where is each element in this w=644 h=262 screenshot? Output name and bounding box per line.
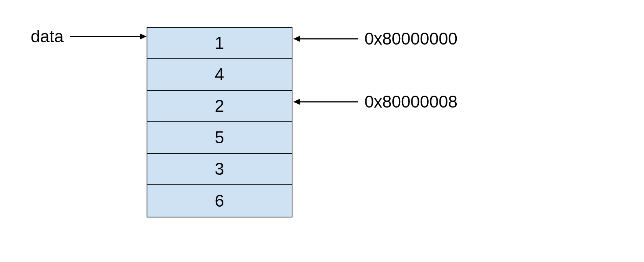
pointer-label: data	[31, 27, 64, 46]
memory-array: 1 4 2 5 3 6	[147, 27, 292, 217]
cell-value: 3	[215, 159, 224, 179]
cell-value: 4	[215, 65, 224, 84]
cell-value: 6	[215, 191, 224, 211]
memory-cell: 5	[147, 122, 292, 154]
svg-marker-1	[140, 33, 147, 40]
memory-diagram: data 1 4 2 5 3 6 0x80000000 0x80000008	[31, 15, 292, 217]
memory-cell: 6	[147, 185, 292, 217]
memory-cell: 2	[147, 91, 292, 122]
cell-value: 1	[215, 33, 224, 53]
address-row: 0x80000008	[292, 92, 457, 111]
pointer-label-block: data	[31, 27, 147, 46]
address-row: 0x80000000	[292, 29, 457, 48]
svg-marker-5	[293, 99, 300, 105]
memory-cell: 3	[147, 154, 292, 185]
arrow-right-icon	[70, 29, 147, 44]
svg-marker-3	[293, 36, 300, 42]
cell-value: 2	[215, 96, 224, 116]
address-value: 0x80000000	[365, 29, 457, 48]
address-value: 0x80000008	[365, 92, 457, 111]
memory-cell: 4	[147, 59, 292, 91]
memory-cell: 1	[147, 28, 292, 59]
arrow-left-icon	[292, 94, 358, 109]
cell-value: 5	[215, 128, 224, 147]
arrow-left-icon	[292, 31, 358, 46]
